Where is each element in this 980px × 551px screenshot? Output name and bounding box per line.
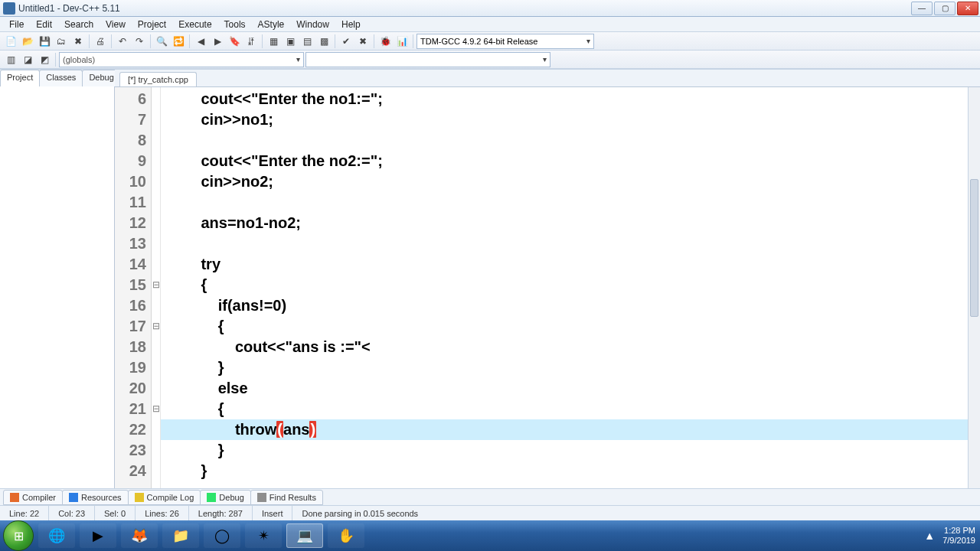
taskbar-ie-icon[interactable]: 🌐 bbox=[38, 523, 75, 548]
ico-res-icon bbox=[69, 493, 78, 502]
taskbar-app3-icon[interactable]: ✋ bbox=[328, 523, 364, 548]
menu-help[interactable]: Help bbox=[335, 18, 367, 31]
open-file-button[interactable]: 📂 bbox=[20, 34, 35, 49]
ico-comp-icon bbox=[10, 493, 19, 502]
profile-button[interactable]: 📊 bbox=[394, 34, 410, 49]
code-line-18[interactable]: cout<<"ans is :="< bbox=[161, 337, 980, 357]
bookmark-button[interactable]: 🔖 bbox=[227, 34, 242, 49]
tray-date: 7/9/2019 bbox=[942, 536, 975, 546]
run-button[interactable]: ▣ bbox=[283, 34, 298, 49]
goto-button[interactable]: ⭿ bbox=[243, 34, 259, 49]
code-area[interactable]: cout<<"Enter the no1:="; cin>>no1; cout<… bbox=[161, 87, 980, 488]
side-tab-classes[interactable]: Classes bbox=[39, 70, 83, 86]
code-line-14[interactable]: try bbox=[161, 254, 980, 275]
tray-flag-icon[interactable]: ▲ bbox=[924, 531, 935, 541]
menu-window[interactable]: Window bbox=[290, 18, 335, 31]
code-line-7[interactable]: cin>>no1; bbox=[161, 109, 980, 130]
taskbar-chrome-icon[interactable]: ◯ bbox=[204, 523, 240, 548]
start-button[interactable]: ⊞ bbox=[3, 520, 34, 551]
redo-button[interactable]: ↷ bbox=[132, 34, 147, 49]
check-button[interactable]: ✔ bbox=[338, 34, 354, 49]
ico-log-icon bbox=[135, 493, 144, 502]
code-line-11[interactable] bbox=[161, 192, 980, 213]
status-length: Length: 287 bbox=[189, 506, 253, 520]
menu-search[interactable]: Search bbox=[58, 18, 100, 31]
code-line-21[interactable]: { bbox=[161, 399, 980, 419]
code-line-24[interactable]: } bbox=[161, 461, 980, 481]
fold-column[interactable]: ⊟⊟⊟ bbox=[152, 87, 161, 488]
save-button[interactable]: 💾 bbox=[37, 34, 52, 49]
find-button[interactable]: 🔍 bbox=[154, 34, 169, 49]
taskbar-media-icon[interactable]: ▶ bbox=[80, 523, 116, 548]
output-tabs: CompilerResourcesCompile LogDebugFind Re… bbox=[0, 488, 980, 505]
menu-edit[interactable]: Edit bbox=[30, 18, 58, 31]
bottom-tab-find-results[interactable]: Find Results bbox=[250, 490, 323, 505]
menu-execute[interactable]: Execute bbox=[172, 18, 217, 31]
code-line-13[interactable] bbox=[161, 233, 980, 254]
replace-button[interactable]: 🔁 bbox=[171, 34, 186, 49]
code-line-16[interactable]: if(ans!=0) bbox=[161, 295, 980, 316]
menu-astyle[interactable]: AStyle bbox=[252, 18, 291, 31]
taskbar-app2-icon[interactable]: ✴ bbox=[245, 523, 282, 548]
taskbar-devcpp-icon[interactable]: 💻 bbox=[286, 523, 323, 548]
compiler-select[interactable]: TDM-GCC 4.9.2 64-bit Release bbox=[416, 34, 594, 49]
maximize-button[interactable]: ▢ bbox=[934, 2, 956, 15]
taskbar-firefox-icon[interactable]: 🦊 bbox=[121, 523, 158, 548]
close-button[interactable]: ✕ bbox=[957, 2, 978, 15]
code-line-23[interactable]: } bbox=[161, 440, 980, 461]
new-file-button[interactable]: 📄 bbox=[3, 34, 18, 49]
stop-button[interactable]: ✖ bbox=[355, 34, 371, 49]
bottom-tab-debug[interactable]: Debug bbox=[200, 490, 250, 505]
menu-view[interactable]: View bbox=[100, 18, 132, 31]
print-button[interactable]: 🖨 bbox=[93, 34, 108, 49]
file-tabs: [*] try_catch.cpp bbox=[115, 70, 980, 86]
code-editor[interactable]: 6789101112131415161718192021222324 ⊟⊟⊟ c… bbox=[115, 86, 980, 488]
globals-select[interactable]: (globals) bbox=[59, 52, 304, 67]
new-class-button[interactable]: ▥ bbox=[3, 52, 18, 67]
menu-tools[interactable]: Tools bbox=[218, 18, 252, 31]
system-tray[interactable]: ▲ 1:28 PM 7/9/2019 bbox=[924, 526, 975, 546]
code-line-19[interactable]: } bbox=[161, 357, 980, 378]
tray-time: 1:28 PM bbox=[944, 526, 975, 536]
ico-find-icon bbox=[257, 493, 266, 502]
vertical-scrollbar[interactable] bbox=[968, 87, 980, 488]
goto-decl-button[interactable]: ◩ bbox=[37, 52, 52, 67]
menu-file[interactable]: File bbox=[3, 18, 30, 31]
status-line: Line: 22 bbox=[0, 506, 49, 520]
bottom-tab-compile-log[interactable]: Compile Log bbox=[128, 490, 201, 505]
undo-button[interactable]: ↶ bbox=[115, 34, 130, 49]
bottom-tab-compiler[interactable]: Compiler bbox=[3, 490, 63, 505]
status-sel: Sel: 0 bbox=[95, 506, 136, 520]
status-lines: Lines: 26 bbox=[136, 506, 189, 520]
code-line-20[interactable]: else bbox=[161, 378, 980, 399]
code-line-9[interactable]: cout<<"Enter the no2:="; bbox=[161, 151, 980, 171]
save-all-button[interactable]: 🗂 bbox=[54, 34, 69, 49]
insert-button[interactable]: ◪ bbox=[20, 52, 35, 67]
code-line-22[interactable]: throw(ans) bbox=[161, 419, 980, 440]
project-tree[interactable] bbox=[0, 86, 114, 488]
bottom-tab-resources[interactable]: Resources bbox=[62, 490, 129, 505]
code-line-15[interactable]: { bbox=[161, 275, 980, 295]
nav-fwd-button[interactable]: ▶ bbox=[210, 34, 225, 49]
symbols-select[interactable] bbox=[305, 52, 550, 67]
close-file-button[interactable]: ✖ bbox=[70, 34, 86, 49]
code-line-6[interactable]: cout<<"Enter the no1:="; bbox=[161, 89, 980, 109]
window-title: Untitled1 - Dev-C++ 5.11 bbox=[18, 3, 911, 14]
compile-run-button[interactable]: ▤ bbox=[299, 34, 315, 49]
compile-button[interactable]: ▦ bbox=[266, 34, 281, 49]
code-line-17[interactable]: { bbox=[161, 316, 980, 337]
code-line-8[interactable] bbox=[161, 130, 980, 151]
nav-back-button[interactable]: ◀ bbox=[193, 34, 208, 49]
scrollbar-thumb[interactable] bbox=[970, 179, 978, 317]
debug-button[interactable]: 🐞 bbox=[377, 34, 393, 49]
file-tab-trycatch[interactable]: [*] try_catch.cpp bbox=[119, 72, 197, 86]
code-line-10[interactable]: cin>>no2; bbox=[161, 171, 980, 192]
menu-project[interactable]: Project bbox=[132, 18, 172, 31]
ico-dbg-icon bbox=[207, 493, 216, 502]
minimize-button[interactable]: — bbox=[911, 2, 933, 15]
taskbar-explorer-icon[interactable]: 📁 bbox=[162, 523, 199, 548]
side-tab-project[interactable]: Project bbox=[0, 70, 40, 86]
code-line-12[interactable]: ans=no1-no2; bbox=[161, 213, 980, 233]
rebuild-button[interactable]: ▩ bbox=[316, 34, 332, 49]
secondary-toolbar: ▥ ◪ ◩ (globals) bbox=[0, 51, 980, 69]
